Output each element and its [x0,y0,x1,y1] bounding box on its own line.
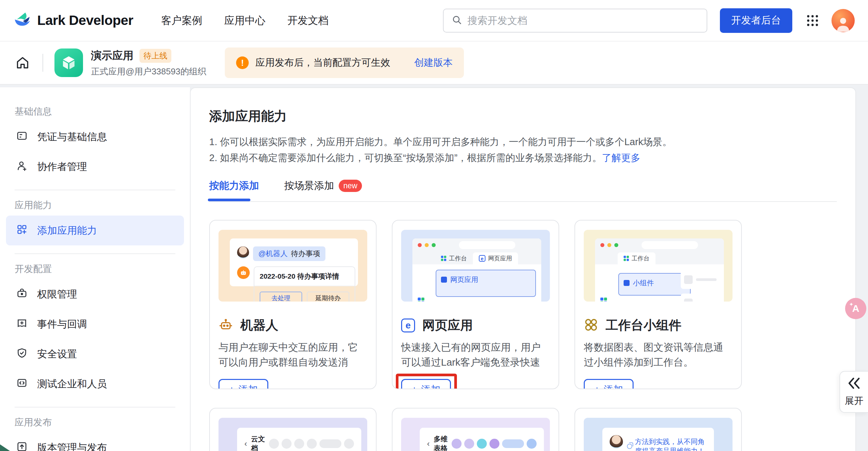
nav-item-cases[interactable]: 客户案例 [161,13,202,28]
sidebar: 基础信息 凭证与基础信息 协作者管理 应用能力 添加应用能力 开发配置 权限管理… [0,87,190,451]
todo-message-card: 2022-05-20 待办事项详情 去处理 延期待办 [254,266,355,302]
developer-console-button[interactable]: 开发者后台 [720,8,792,33]
search-box[interactable] [443,9,707,33]
page-title: 添加应用能力 [209,107,856,125]
double-chevron-left-icon [847,377,861,391]
sidebar-section-capability: 应用能力 [0,198,190,212]
nav-item-docs[interactable]: 开发文档 [287,13,329,28]
traffic-lights [418,243,436,247]
card-desc-widget: 将数据图表、图文资讯等信息通过小组件添加到工作台。 [584,340,733,370]
mini-tab-workbench: 工作台 [435,252,473,264]
add-bot-button[interactable]: + 添加 [218,379,268,389]
mini-tab-workbench: 工作台 [618,252,655,264]
tab-by-capability[interactable]: 按能力添加 [209,179,259,201]
lark-logo[interactable]: Lark Developer [13,11,133,31]
mini-sidebar-icons [412,264,430,302]
capability-card-bot[interactable]: @机器人 待办事项 2022-05-20 待办事项详情 [209,220,377,389]
create-version-link[interactable]: 创建版本 [414,56,453,69]
sidebar-item-label: 协作者管理 [37,160,87,174]
learn-more-link[interactable]: 了解更多 [602,152,641,163]
sidebar-section-release: 应用发布 [0,416,190,429]
widget-placeholder-box: 小组件 [618,273,691,296]
sidebar-section-basic: 基础信息 [0,104,190,119]
plus-icon: + [411,385,417,389]
link-icon [627,444,632,449]
add-capability-icon [16,223,28,238]
release-icon [16,441,28,451]
event-callback-icon [16,317,28,331]
widget-preview: 工作台 小组件 [584,230,733,302]
translate-fab[interactable]: ✦ A [845,298,866,319]
test-org-icon [16,377,28,391]
sidebar-item-label: 权限管理 [37,288,77,301]
nav-item-appcenter[interactable]: 应用中心 [224,13,265,28]
sidebar-item-collaborators[interactable]: 协作者管理 [6,152,184,182]
app-name: 演示应用 [91,49,133,63]
widget-icon [584,318,598,333]
app-org-label: 正式应用@用户338593的组织 [91,66,206,78]
sidebar-item-label: 凭证与基础信息 [37,130,107,144]
plus-icon: + [229,385,235,389]
sidebar-item-version-release[interactable]: 版本管理与发布 [6,433,184,451]
sidebar-item-security[interactable]: 安全设置 [6,339,184,369]
card-title-webapp: 网页应用 [423,317,473,334]
webapp-preview: 工作台 e 网页应用 [401,230,550,302]
card-desc-webapp: 快速接入已有的网页应用，用户可以通过Lark客户端免登录快速进入。 [401,340,550,370]
tab-by-scenario[interactable]: 按场景添加 new [284,179,362,201]
capability-cards-row-1: @机器人 待办事项 2022-05-20 待办事项详情 [209,220,856,389]
card-desc-bot: 与用户在聊天中交互的应用，它可以向用户或群组自动发送消息，响应用户的消... [218,340,367,370]
expand-label: 展开 [845,395,863,407]
add-widget-button[interactable]: + 添加 [584,379,633,389]
sparkle-icon: ✦ [849,301,854,307]
desc-line-2: 2. 如果尚不确定需要添加什么能力，可切换至“按场景添加”，根据所需的业务场景选… [209,150,856,166]
add-webapp-button[interactable]: + 添加 [401,379,451,389]
user-avatar[interactable] [832,9,855,32]
active-tab-underline [208,199,250,201]
app-header-bar: 演示应用 待上线 正式应用@用户338593的组织 ! 应用发布后，当前配置方可… [0,41,868,85]
card-title-widget: 工作台小组件 [606,317,681,334]
robot-icon [218,318,233,333]
header-divider [42,54,43,72]
sidebar-divider [14,407,175,408]
sidebar-divider [14,190,175,190]
sidebar-item-test-org[interactable]: 测试企业和人员 [6,369,184,399]
sidebar-item-events[interactable]: 事件与回调 [6,309,184,339]
traffic-lights [600,243,618,247]
capability-card-bitable[interactable]: ‹ 多维表格 1 [392,408,559,451]
main-nav: 客户案例 应用中心 开发文档 [161,13,329,28]
top-navbar: Lark Developer 客户案例 应用中心 开发文档 开发者后台 [0,0,868,41]
todo-handle-button: 去处理 [260,292,302,302]
home-icon[interactable] [14,54,31,71]
sidebar-item-permissions[interactable]: 权限管理 [6,279,184,309]
publish-warning-banner: ! 应用发布后，当前配置方可生效 创建版本 [225,48,464,78]
new-badge: new [339,180,362,192]
lark-logo-icon [13,11,32,31]
capability-card-link-message[interactable]: 方法到实践，从不同角度提高产品思维能力！ Learning.com [575,408,742,451]
sidebar-item-credentials[interactable]: 凭证与基础信息 [6,122,184,152]
webapp-placeholder-box: 网页应用 [436,270,536,297]
status-badge: 待上线 [140,49,171,63]
sidebar-section-devconfig: 开发配置 [0,262,190,276]
app-square-icon [441,277,447,282]
sidebar-item-label: 测试企业和人员 [37,377,107,391]
app-icon [55,49,83,77]
capability-card-docs[interactable]: ‹ 云文档 云文档 + [209,408,377,451]
bitable-preview: ‹ 多维表格 1 [401,418,550,451]
webapp-icon: e [401,319,415,332]
link-message-preview: 方法到实践，从不同角度提高产品思维能力！ Learning.com [584,418,733,451]
sidebar-item-label: 事件与回调 [37,318,87,331]
capability-card-webapp[interactable]: 工作台 e 网页应用 [392,220,559,389]
webapp-e-icon: e [479,255,486,262]
security-shield-icon [16,347,28,361]
credential-icon [16,130,28,144]
card-title-bot: 机器人 [240,317,278,334]
mini-tab-webapp: e 网页应用 [473,252,518,264]
sidebar-item-add-capability[interactable]: 添加应用能力 [6,215,184,245]
desc-line-1: 1. 你可以根据实际需求，为应用开启能力。单个应用可开启多种能力，一个能力可用于… [209,134,856,150]
search-input[interactable] [468,15,699,26]
expand-panel-button[interactable]: 展开 [839,371,868,413]
capability-card-widget[interactable]: 工作台 小组件 [575,220,742,389]
corner-widget-fragment [0,444,10,451]
robot-avatar-icon [237,266,250,279]
apps-grid-icon[interactable] [805,13,820,28]
